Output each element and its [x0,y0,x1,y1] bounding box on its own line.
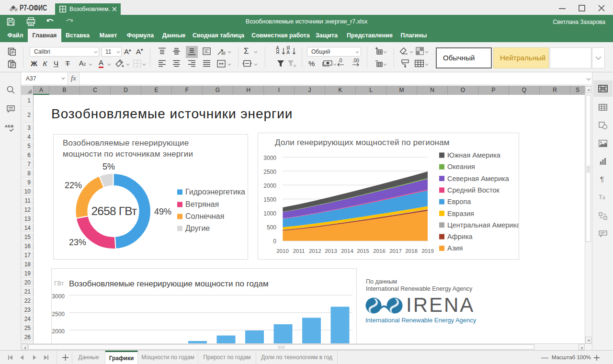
svg-text:Возобновляемые генерирующие мо: Возобновляемые генерирующие мощности по … [69,279,269,288]
svg-text:2019: 2019 [421,248,434,254]
svg-text:2015: 2015 [357,248,369,254]
svg-text:2658 ГВт: 2658 ГВт [91,205,137,217]
svg-text:1500: 1500 [263,196,276,203]
svg-text:2016: 2016 [373,248,386,254]
svg-text:2011: 2011 [293,248,305,254]
svg-text:Океания: Океания [447,163,475,171]
svg-text:2013: 2013 [325,248,337,254]
svg-text:2017: 2017 [389,248,402,254]
svg-text:IRENA: IRENA [406,297,475,316]
svg-text:2500: 2500 [263,169,276,175]
svg-text:3000: 3000 [263,155,276,161]
svg-text:Центральная Америка: Центральная Америка [447,221,519,229]
svg-text:0: 0 [273,238,276,245]
svg-text:5%: 5% [102,162,115,171]
svg-text:Евразия: Евразия [447,210,474,217]
svg-text:Средний Восток: Средний Восток [447,186,500,194]
svg-text:International Renewable Energy: International Renewable Energy Agency [365,317,477,324]
svg-text:Африка: Африка [447,233,473,240]
svg-text:500: 500 [267,224,276,231]
svg-text:23%: 23% [69,238,86,247]
svg-text:3000: 3000 [52,293,65,300]
svg-text:Гидроэнергетика: Гидроэнергетика [185,188,245,196]
svg-text:Азия: Азия [447,244,463,252]
svg-text:ГВт: ГВт [54,280,64,287]
svg-text:2012: 2012 [309,248,321,254]
svg-text:49%: 49% [154,207,171,216]
svg-text:Другие: Другие [185,224,210,232]
svg-text:2014: 2014 [341,248,353,254]
svg-text:Солнечная: Солнечная [185,212,224,220]
svg-text:2018: 2018 [405,248,418,254]
svg-text:2000: 2000 [52,328,65,335]
svg-text:Европа: Европа [447,198,471,205]
svg-text:ab: ab [221,51,226,56]
svg-text:2000: 2000 [263,182,276,189]
svg-text:2500: 2500 [52,311,65,318]
svg-text:Ветряная: Ветряная [185,200,219,208]
svg-text:Северная Америка: Северная Америка [447,175,510,182]
svg-text:22%: 22% [65,181,82,190]
svg-text:2010: 2010 [276,248,289,254]
svg-text:1000: 1000 [263,210,276,217]
svg-text:Южная Америка: Южная Америка [447,151,501,159]
